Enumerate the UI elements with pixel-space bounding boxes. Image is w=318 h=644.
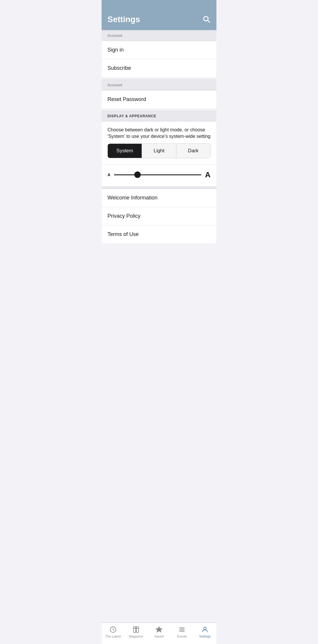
display-description: Choose between dark or light mode, or ch… [102,121,216,143]
events-icon [178,626,186,633]
theme-dark-button[interactable]: Dark [176,144,210,158]
reset-password-item[interactable]: Reset Password [102,90,216,108]
svg-line-1 [208,20,210,23]
terms-of-use-item[interactable]: Terms of Use [102,225,216,243]
search-button[interactable] [202,15,211,24]
svg-point-0 [204,16,208,21]
font-size-large-label: A [205,170,211,179]
svg-marker-7 [156,627,162,632]
theme-selector: System Light Dark [107,143,211,158]
nav-label-magazine: Magazine [129,635,143,638]
magazine-icon [132,626,140,633]
saved-icon [155,626,163,633]
section-header-account-top: Account [102,30,216,41]
svg-point-12 [204,627,206,630]
search-icon [202,15,211,23]
svg-rect-3 [133,627,136,633]
nav-label-latest: The Latest [105,635,121,638]
privacy-policy-item[interactable]: Privacy Policy [102,207,216,225]
display-section: Choose between dark or light mode, or ch… [102,121,216,186]
subscribe-item[interactable]: Subscribe [102,59,216,77]
section-header-account-bottom: Account [102,80,216,90]
app-header: Settings [102,0,216,30]
font-size-row: A A [102,164,216,186]
svg-rect-4 [136,627,139,633]
theme-system-button[interactable]: System [108,144,142,158]
theme-light-button[interactable]: Light [142,144,176,158]
nav-label-events: Events [177,635,187,638]
nav-item-settings[interactable]: Settings [193,623,216,644]
nav-item-latest[interactable]: The Latest [102,623,125,644]
nav-label-saved: Saved [154,635,163,638]
nav-item-saved[interactable]: Saved [148,623,170,644]
font-size-slider[interactable] [114,174,201,175]
font-size-small-label: A [107,172,110,177]
section-gap-1 [102,186,216,189]
bottom-nav: The Latest Magazine Saved Events [102,622,216,644]
nav-item-magazine[interactable]: Magazine [125,623,148,644]
section-header-display: DISPLAY & APPEARANCE [102,111,216,121]
sign-in-item[interactable]: Sign in [102,41,216,59]
clock-icon [109,626,117,633]
nav-label-settings: Settings [199,635,211,638]
page-title: Settings [107,15,140,24]
person-icon [201,626,209,633]
welcome-information-item[interactable]: Welcome Information [102,189,216,207]
nav-item-events[interactable]: Events [170,623,193,644]
